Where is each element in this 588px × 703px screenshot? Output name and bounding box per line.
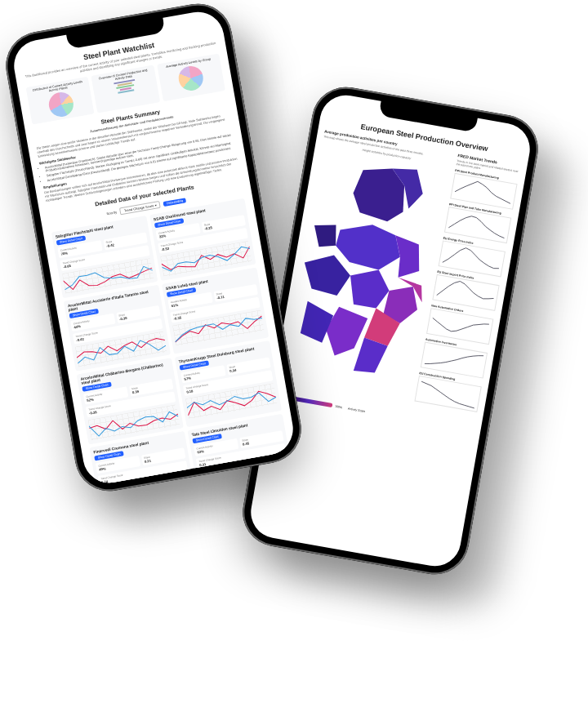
pie-chart-icon — [47, 91, 75, 119]
plant-card: Salzgitter Flachstahl steel plantShow De… — [51, 216, 158, 298]
plant-card: ThyssenKrupp Steel Duisburg steel plantS… — [175, 340, 282, 427]
fred-chart: Automotive Inventories — [421, 338, 488, 379]
fred-chart: EU Construction Spending — [414, 372, 482, 412]
legend-label: Activity Scale — [348, 407, 366, 413]
plant-card: SSAB Oxelösund steel plantShow Detail Ch… — [149, 198, 256, 281]
sort-select[interactable]: Trend Change Score ▾ — [119, 201, 161, 216]
fred-chart: EU Energy Price Index — [439, 237, 506, 278]
legend-hi: 100% — [335, 404, 343, 409]
fred-chart: EU Steel Import Price Index — [432, 270, 500, 311]
bar-chart-icon — [114, 79, 136, 94]
plant-card: ArcelorMittal Châbarino-Bergara (Chäbari… — [77, 358, 184, 445]
order-button[interactable]: Descending — [163, 198, 187, 207]
pie-card-activity-dist: Distribution of Current Activity Levels … — [26, 77, 95, 125]
fred-chart: PPI Steel Product Manufacturing — [450, 169, 518, 210]
pie-card-overview: Overview of Current Production and Activ… — [91, 65, 160, 113]
fred-chart: PPI Steel Pipe and Tube Manufacturing — [444, 202, 512, 243]
plant-card: SSAB Luleå steel plantShow Detail ChartC… — [162, 268, 269, 354]
pie-card-groups: Average Activity Levels by Group — [157, 54, 225, 102]
plant-card: ArcelorMittal Acciaierie d'Italia Tarant… — [64, 285, 171, 372]
sort-label: Sort by — [106, 210, 117, 216]
pie-chart-icon — [177, 65, 206, 93]
fred-chart: New Automotive Orders — [426, 304, 494, 345]
sort-value: Trend Change Score — [124, 203, 154, 212]
